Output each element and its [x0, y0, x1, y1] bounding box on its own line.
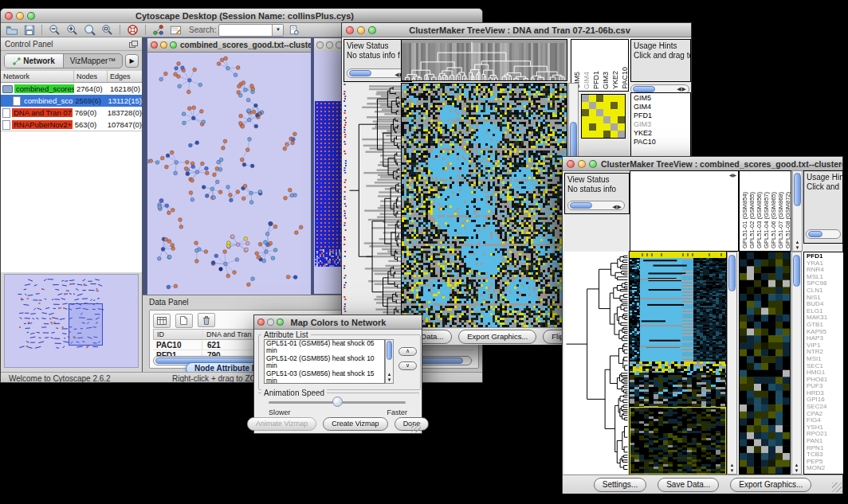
tv2-titlebar[interactable]: ClusterMaker TreeView : combined_scores_…	[563, 157, 842, 171]
zoom-selected-icon[interactable]	[82, 24, 97, 36]
minimize-icon[interactable]	[326, 41, 333, 49]
minimize-icon[interactable]	[267, 318, 274, 326]
create-vizmap-button[interactable]: Create Vizmap	[323, 417, 387, 431]
network-tree-row[interactable]: RNAPuberNov2+563(0)107847(0)	[1, 119, 142, 131]
tv2-zoom-heatmap[interactable]	[739, 252, 791, 475]
tab-overflow-button[interactable]: ▶	[125, 54, 139, 68]
zoom-icon[interactable]	[277, 318, 284, 326]
zoom-fit-icon[interactable]	[100, 24, 115, 36]
scrollbar-thumb[interactable]	[387, 341, 392, 360]
minimize-icon[interactable]	[357, 26, 365, 34]
scroll-arrows-icon[interactable]: ▲▼	[793, 240, 802, 251]
scrollbar-thumb[interactable]	[793, 255, 800, 287]
animation-slider-thumb[interactable]	[332, 397, 343, 407]
tv2-row-dendrogram[interactable]	[564, 252, 628, 474]
view-status-scrollbar[interactable]: ◀▶	[567, 201, 625, 210]
minimize-icon[interactable]	[578, 160, 586, 168]
dialog-titlebar[interactable]: Map Colors to Network	[254, 315, 422, 330]
scrollbar-thumb[interactable]	[728, 255, 736, 291]
zoom-icon[interactable]	[170, 41, 177, 49]
network-view-canvas[interactable]	[147, 53, 311, 295]
float-panel-icon[interactable]	[129, 41, 138, 48]
search-input[interactable]	[220, 25, 271, 36]
scrollbar-thumb[interactable]	[633, 86, 655, 92]
tv1-column-dendrogram[interactable]	[401, 39, 567, 81]
tv1-mini-heatmap[interactable]	[581, 94, 626, 139]
scroll-arrows-icon[interactable]: ▲▼	[728, 463, 736, 474]
network-tree-row[interactable]: DNA and Tran 07769(0)183728(0)	[1, 107, 142, 119]
select-attributes-icon[interactable]	[153, 314, 171, 328]
settings-button[interactable]: Settings...	[594, 478, 646, 492]
tv1-row-dendrogram[interactable]	[347, 84, 401, 327]
network-view-window[interactable]: combined_scores_good.txt--cluste...	[147, 37, 312, 295]
resize-grip[interactable]	[832, 483, 842, 492]
move-up-button[interactable]: ∧	[398, 347, 417, 356]
attribute-list[interactable]: GPL51-01 (GSM854) heat shock 05 minGPL51…	[264, 339, 385, 384]
scrollbar-thumb[interactable]	[570, 202, 592, 209]
export-graphics-button[interactable]: Export Graphics...	[730, 478, 811, 492]
close-icon[interactable]	[5, 12, 13, 20]
scrollbar-thumb[interactable]	[794, 173, 801, 206]
zoom-icon[interactable]	[589, 160, 597, 168]
view-status-scrollbar[interactable]: ◀▶	[347, 68, 407, 78]
column-header-id[interactable]: ID	[154, 330, 203, 338]
network-view-2-canvas[interactable]	[315, 101, 344, 267]
column-header-network[interactable]: Network	[1, 71, 74, 82]
attribute-list-scrollbar[interactable]: ▲▼	[385, 339, 394, 384]
tab-network[interactable]: Network	[5, 54, 63, 68]
column-header-edges[interactable]: Edges	[108, 71, 142, 82]
scroll-arrows-icon[interactable]: ▲▼	[792, 463, 801, 474]
search-config-icon[interactable]	[286, 24, 301, 36]
birdseye-canvas[interactable]	[5, 275, 137, 365]
help-icon[interactable]	[125, 24, 140, 36]
main-titlebar[interactable]: Cytoscape Desktop (Session Name: collins…	[1, 9, 482, 23]
search-combobox[interactable]: ▼	[218, 24, 284, 37]
usage-hints-scrollbar[interactable]	[806, 229, 841, 239]
attribute-list-item[interactable]: GPL51-02 (GSM855) heat shock 10 min	[266, 355, 384, 370]
export-graphics-button[interactable]: Export Graphics...	[458, 330, 536, 344]
animate-vizmap-button[interactable]: Animate Vizmap	[247, 417, 316, 431]
network-view-2-titlebar[interactable]	[314, 38, 344, 53]
close-icon[interactable]	[151, 41, 158, 49]
tv2-heatmap[interactable]	[629, 251, 727, 475]
resize-grip[interactable]	[411, 423, 421, 432]
annotation-icon[interactable]	[168, 24, 183, 36]
tv2-heat-scrollbar[interactable]: ▲▼	[727, 252, 737, 475]
delete-attribute-icon[interactable]	[198, 313, 215, 327]
chevron-down-icon[interactable]: ▼	[272, 25, 283, 36]
save-data-button[interactable]: Save Data...	[658, 478, 719, 492]
minimize-icon[interactable]	[16, 12, 24, 20]
tv2-column-tree-area[interactable]: ◀▶	[630, 170, 739, 252]
attribute-list-item[interactable]: GPL51-03 (GSM856) heat shock 15 min	[266, 370, 384, 384]
tv1-titlebar[interactable]: ClusterMaker TreeView : DNA and Tran 07-…	[342, 23, 691, 37]
scrollbar-thumb[interactable]	[808, 231, 822, 237]
zoom-icon[interactable]	[27, 12, 35, 20]
close-icon[interactable]	[316, 41, 324, 49]
tv1-heatmap[interactable]	[401, 83, 567, 328]
scroll-arrows-icon[interactable]: ▲▼	[386, 372, 393, 383]
scroll-arrows-icon[interactable]: ◀▶	[677, 86, 687, 92]
birdseye-view[interactable]	[4, 274, 139, 368]
close-icon[interactable]	[257, 318, 265, 326]
network-view-window-2[interactable]	[313, 37, 345, 295]
column-header-nodes[interactable]: Nodes	[74, 71, 108, 82]
move-down-button[interactable]: ∨	[398, 361, 417, 370]
network-overview-icon[interactable]	[151, 24, 166, 36]
save-session-icon[interactable]	[22, 24, 37, 36]
tv2-labels-scrollbar[interactable]: ▲▼	[792, 170, 803, 252]
close-icon[interactable]	[567, 160, 575, 168]
open-session-icon[interactable]	[4, 24, 19, 36]
new-attribute-icon[interactable]	[175, 314, 193, 328]
network-tree-row[interactable]: combined_sco2569(6)13112(15)	[1, 95, 142, 107]
zoom-icon[interactable]	[368, 26, 376, 34]
network-view-titlebar[interactable]: combined_scores_good.txt--cluste...	[147, 38, 311, 53]
zoom-out-icon[interactable]	[47, 24, 62, 36]
zoom-in-icon[interactable]	[65, 24, 80, 36]
network-tree-row[interactable]: combined_scores2764(0)16218(0)	[1, 83, 142, 95]
tab-vizmapper[interactable]: VizMapper™	[63, 54, 122, 68]
scroll-arrows-icon[interactable]: ◀▶	[612, 202, 622, 212]
scrollbar-thumb[interactable]	[349, 70, 371, 76]
attribute-list-item[interactable]: GPL51-01 (GSM854) heat shock 05 min	[266, 340, 384, 355]
scroll-arrows-icon[interactable]: ◀▶	[729, 172, 736, 178]
tv2-zoom-scrollbar[interactable]: ▲▼	[791, 252, 802, 475]
